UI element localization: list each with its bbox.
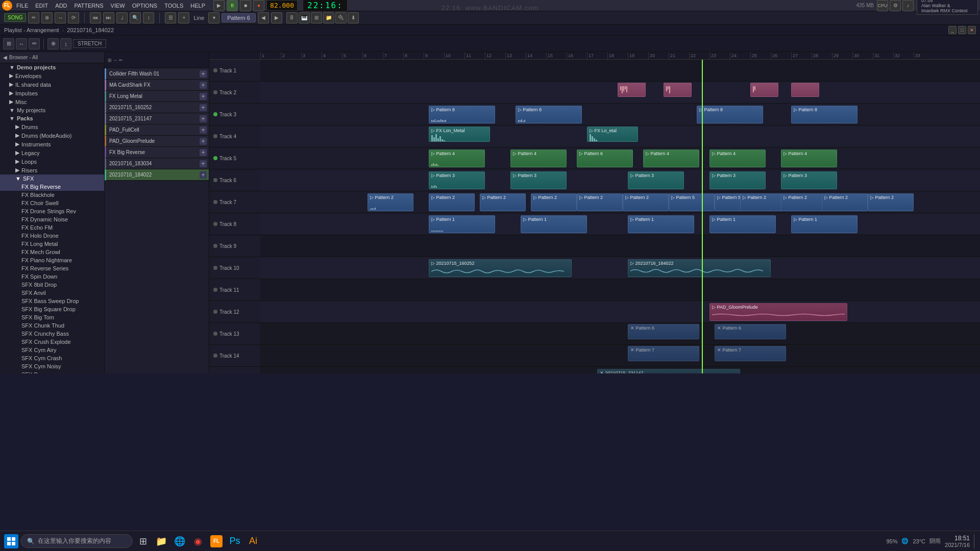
sidebar-item-fx-holo[interactable]: FX Holo Drone — [0, 232, 104, 240]
sidebar-item-sfx-chunk[interactable]: SFX Chunk Thud — [0, 321, 104, 330]
sidebar-item-fx-spin[interactable]: FX Spin Down — [0, 272, 104, 281]
clip-block[interactable]: ▷ Pattern 5 — [669, 193, 715, 211]
clip-add-btn[interactable]: + — [200, 138, 207, 145]
clip-block[interactable] — [750, 83, 778, 97]
clip-add-btn[interactable]: + — [200, 171, 207, 179]
taskbar-show-desktop[interactable] — [974, 534, 976, 548]
menu-view[interactable]: VIEW — [108, 2, 128, 10]
clip-block[interactable]: ▷ FX Lo_etal — [587, 127, 638, 142]
play-btn[interactable]: ▶ — [213, 0, 225, 11]
clip-block[interactable]: ▷ Pattern 3 — [429, 171, 485, 189]
sidebar-item-sfx-cym-crash[interactable]: SFX Cym Crash — [0, 354, 104, 362]
tb-plugin[interactable]: 🔌 — [335, 12, 347, 23]
ptb-pen[interactable]: ✏ — [29, 38, 40, 49]
bpm-display[interactable]: 82.000 — [266, 0, 298, 11]
track-row-2[interactable] — [260, 82, 980, 104]
sidebar-item-fx-long-metal[interactable]: FX Long Metal — [0, 240, 104, 248]
menu-options[interactable]: OPTIONS — [129, 2, 161, 10]
sidebar-item-my-projects[interactable]: ▼ My projects — [0, 106, 104, 114]
clip-block[interactable]: ▷ Pattern 6 — [577, 149, 633, 167]
sidebar-item-impulses[interactable]: ▶ Impulses — [0, 89, 104, 97]
clip-item-fx-long-metal[interactable]: FX Long Metal + — [105, 91, 209, 102]
clip-add-btn[interactable]: + — [200, 160, 207, 167]
sidebar-item-risers[interactable]: ▶ Risers — [0, 166, 104, 174]
clip-item-pad-gloom[interactable]: PAD_GloomPrelude + — [105, 136, 209, 147]
song-mode-btn[interactable]: SONG — [4, 13, 26, 22]
sidebar-item-sfx-anvil[interactable]: SFX Anvil — [0, 289, 104, 297]
sidebar-item-fx-drone[interactable]: FX Drone Strings Rev — [0, 207, 104, 215]
clip-block[interactable]: ▷ Pattern 2 — [531, 193, 577, 211]
clip-block[interactable]: ▷ Pattern 1 — [709, 215, 776, 233]
clip-block-audio[interactable]: ▷ 20210715_160252 — [429, 259, 572, 277]
clip-item-20210716-183034[interactable]: 20210716_183034 + — [105, 158, 209, 169]
sidebar-item-fx-echo[interactable]: FX Echo FM — [0, 223, 104, 232]
taskbar-network[interactable]: 🌐 — [901, 538, 909, 544]
clip-add-btn[interactable]: + — [200, 104, 207, 111]
windows-start[interactable] — [4, 534, 18, 548]
sidebar-item-sfx-big-tom[interactable]: SFX Big Tom — [0, 313, 104, 321]
tb-magnet[interactable]: ⊕ — [41, 12, 53, 23]
clip-block[interactable] — [664, 83, 692, 97]
sidebar-item-fx-dynamic[interactable]: FX Dynamic Noise — [0, 215, 104, 223]
sidebar-item-sfx-bass-sweep[interactable]: SFX Bass Sweep Drop — [0, 297, 104, 305]
sidebar-item-il-shared[interactable]: ▶ IL shared data — [0, 80, 104, 89]
clip-block[interactable]: ▷ Pattern 4 — [643, 149, 699, 167]
clip-block[interactable]: ▷ Pattern 1 — [521, 215, 587, 233]
pattern-prev[interactable]: ◀ — [258, 12, 269, 23]
sidebar-item-sfx-cym-airy[interactable]: SFX Cym Airy — [0, 346, 104, 354]
cpu-btn[interactable]: CPU — [877, 0, 888, 11]
clip-block-pad[interactable]: ▷ PAD_GloomPrelude — [709, 303, 847, 321]
sidebar-item-fx-big-reverse[interactable]: FX Big Reverse — [0, 183, 104, 191]
clip-block[interactable]: ▷ Pattern 3 — [781, 171, 837, 189]
tb-fwd[interactable]: ⏭ — [103, 12, 114, 23]
clip-block[interactable]: ✕ Pattern 7 — [628, 346, 699, 361]
clip-add-btn[interactable]: + — [200, 149, 207, 156]
pause-btn[interactable]: ⏸ — [227, 0, 238, 11]
track-row-5[interactable]: ▷ Pattern 4 ▷ Pattern 4 ▷ Pattern 6 ▷ Pa… — [260, 147, 980, 169]
clip-block[interactable]: ▷ Pattern 8 — [429, 106, 495, 123]
playlist-maximize[interactable]: □ — [958, 26, 966, 34]
clip-item-20210715-160252[interactable]: 20210715_160252 + — [105, 102, 209, 113]
clip-block[interactable]: ▷ Pattern 3 — [628, 171, 684, 189]
track-row-13[interactable]: ✕ Pattern 6 ✕ Pattern 6 — [260, 323, 980, 345]
clip-block[interactable]: ▷ Pattern 2 — [822, 193, 868, 211]
track-row-4[interactable]: ▷ FX Lon_Metal — [260, 126, 980, 147]
sidebar-item-drums-mode[interactable]: ▶ Drums (ModeAudio) — [0, 131, 104, 140]
tb-step[interactable]: ⊞ — [311, 12, 322, 23]
sidebar-item-fx-reverse[interactable]: FX Reverse Series — [0, 264, 104, 272]
settings-btn[interactable]: ⚙ — [890, 0, 901, 11]
clip-block[interactable]: ▷ Pattern 2 — [368, 193, 413, 211]
clip-block[interactable] — [618, 83, 646, 97]
clip-block[interactable]: ▷ Pattern 1 — [628, 215, 694, 233]
tb-add-pattern[interactable]: + — [178, 12, 189, 23]
clip-item-20210715-231147[interactable]: 20210715_231147 + — [105, 113, 209, 124]
clip-block[interactable]: ▷ Pattern 4 — [781, 149, 837, 167]
clip-add-btn[interactable]: + — [200, 93, 207, 100]
track-row-15[interactable]: ✕ 20210715_231147 — [260, 367, 980, 373]
track-row-11[interactable] — [260, 279, 980, 301]
menu-help[interactable]: HELP — [187, 2, 208, 10]
tb-browser[interactable]: 📁 — [323, 12, 334, 23]
sidebar-item-sfx-cym-noisy[interactable]: SFX Cym Noisy — [0, 362, 104, 370]
sidebar-item-demo-projects[interactable]: ▼ Demo projects — [0, 63, 104, 71]
ptb-grid[interactable]: ⊞ — [3, 38, 14, 49]
sidebar-item-sfx-big-square[interactable]: SFX Big Square Drop — [0, 305, 104, 313]
menu-tools[interactable]: TOOLS — [161, 2, 186, 10]
pattern-next[interactable]: ▶ — [271, 12, 282, 23]
taskbar-explorer[interactable]: 📁 — [153, 533, 169, 549]
clip-block[interactable]: ▷ Pattern 2 — [868, 193, 914, 211]
midi-btn[interactable]: ♪ — [902, 0, 914, 11]
track-row-7[interactable]: ▷ Pattern 2 ▷ Pattern 2 ▷ Pattern 2 ▷ Pa… — [260, 191, 980, 213]
clip-block[interactable]: ▷ Pattern 8 — [791, 106, 857, 123]
tracks-content[interactable]: ▷ Pattern 8 ▷ Pattern 8 ▷ Pattern 8 — [260, 60, 980, 373]
stop-btn[interactable]: ■ — [240, 0, 251, 11]
sidebar-item-fx-blackhole[interactable]: FX Blackhole — [0, 191, 104, 199]
clip-block[interactable]: ✕ Pattern 7 — [715, 346, 786, 361]
taskbar-ai[interactable]: Ai — [245, 533, 261, 549]
clip-block-audio3[interactable]: ✕ 20210715_231147 — [597, 369, 740, 373]
sidebar-item-loops[interactable]: ▶ Loops — [0, 157, 104, 166]
clip-block[interactable]: ▷ Pattern 1 — [791, 215, 857, 233]
clip-add-btn[interactable]: + — [200, 127, 207, 134]
sidebar-item-fx-mech[interactable]: FX Mech Growl — [0, 248, 104, 256]
track-row-3[interactable]: ▷ Pattern 8 ▷ Pattern 8 ▷ Pattern 8 — [260, 104, 980, 126]
